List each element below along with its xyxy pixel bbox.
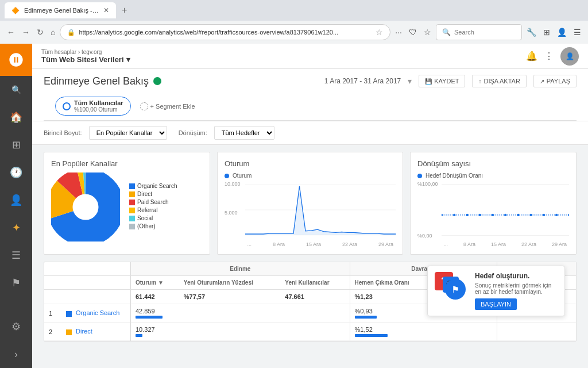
th-hemen-cikma[interactable]: Hemen Çıkma Oranı [350, 276, 432, 290]
address-bar[interactable]: 🔒 https://analytics.google.com/analytics… [60, 24, 390, 40]
sidebar-item-conversions[interactable]: ⚑ [0, 269, 32, 297]
tab-title: Edinmeye Genel Bakış - Analyt... [24, 7, 99, 14]
browser-tab-bar: 🔶 Edinmeye Genel Bakış - Analyt... ✕ + [0, 0, 588, 21]
th-yeni-kullanici[interactable]: Yeni Kullanıcılar [280, 276, 350, 290]
conv-y-top: %100,00 [417, 181, 438, 187]
row2-hemen-cikma: %1,52 [350, 323, 432, 341]
cta-title: Hedef oluşturun. [475, 272, 558, 280]
x-label-1: 8 Ara [273, 241, 285, 247]
share-button[interactable]: ↗ PAYLAŞ [533, 75, 577, 87]
more-options-icon[interactable]: ⋮ [544, 51, 554, 62]
cta-content: Hedef oluşturun. Sonuç metriklerini görm… [475, 272, 558, 310]
legend-item-paid: Paid Search [129, 199, 177, 205]
total-hemen-cikma: %1,23 [350, 290, 432, 304]
row1-hemen-value: %0,93 [355, 308, 428, 315]
sessions-area [245, 186, 396, 235]
th-channel-sub [61, 276, 130, 290]
segment-row: Tüm Kullanıcılar %100,00 Oturum + Segmen… [44, 92, 577, 121]
bookmarks-icon[interactable]: ⊞ [541, 25, 552, 39]
legend-item-direct: Direct [129, 191, 177, 197]
property-info: Tüm hesaplar › tegv.org Tüm Web Sitesi V… [41, 49, 130, 64]
forward-button[interactable]: → [20, 25, 32, 39]
page-actions: 1 Ara 2017 - 31 Ara 2017 ▾ 💾 KAYDET ↑ DI… [324, 75, 577, 87]
page-title-row: Edinmeye Genel Bakış 1 Ara 2017 - 31 Ara… [44, 75, 577, 87]
page-title: Edinmeye Genel Bakış [44, 75, 161, 87]
sidebar-item-audience[interactable]: 👤 [0, 186, 32, 214]
conv-x-1: 8 Ara [463, 241, 475, 247]
active-tab[interactable]: 🔶 Edinmeye Genel Bakış - Analyt... ✕ [5, 2, 116, 18]
home-button[interactable]: ⌂ [48, 25, 57, 39]
user-icon[interactable]: 👤 [555, 25, 569, 39]
ga-app: 🔍 🏠 ⊞ 🕐 👤 ✦ ☰ ⚑ ⚙ › Tüm hesaplar › tegv.… [0, 44, 588, 368]
sidebar-item-settings[interactable]: ⚙ [0, 313, 32, 340]
row1-oturum-value: 42.859 [136, 308, 175, 315]
tab-close-button[interactable]: ✕ [103, 6, 109, 14]
add-segment-button[interactable]: + Segment Ekle [140, 102, 195, 110]
more-button[interactable]: ··· [393, 25, 404, 39]
sidebar-item-dashboard[interactable]: ⊞ [0, 131, 32, 159]
pie-chart-card: En Popüler Kanallar [44, 152, 210, 255]
cta-icons-wrap: ? 💬 ⚑ [435, 272, 469, 300]
th-yeni-yuzde[interactable]: Yeni Oturumların Yüzdesi [179, 276, 280, 290]
legend-label-paid: Paid Search [137, 199, 168, 205]
reload-button[interactable]: ↻ [34, 25, 46, 39]
row1-yeni-kullanici [280, 304, 350, 323]
total-rank [44, 290, 61, 304]
date-picker-icon[interactable]: ▾ [408, 76, 412, 86]
bookmark-icon[interactable]: ☆ [376, 28, 383, 37]
segment-pill[interactable]: Tüm Kullanıcılar %100,00 Oturum [55, 97, 131, 116]
sessions-line [245, 186, 396, 234]
back-button[interactable]: ← [5, 25, 17, 39]
svg-point-10 [504, 214, 506, 216]
legend-color-referral [129, 208, 135, 213]
row2-channel-link[interactable]: Direct [76, 328, 92, 335]
save-button[interactable]: 💾 KAYDET [419, 75, 465, 87]
sidebar-item-behavior[interactable]: ☰ [0, 241, 32, 269]
conv-x-2: 15 Ara [491, 241, 506, 247]
row2-sayfa [432, 323, 497, 341]
legend-item-referral: Referral [129, 207, 177, 213]
sidebar-item-home[interactable]: 🏠 [0, 103, 32, 131]
bookmark-button[interactable]: ☆ [421, 25, 434, 39]
edinme-header: Edinme [230, 266, 250, 272]
row2-oturum-bar [136, 334, 142, 337]
browser-search-bar[interactable]: 🔍 [436, 24, 522, 40]
sidebar: 🔍 🏠 ⊞ 🕐 👤 ✦ ☰ ⚑ ⚙ › [0, 44, 32, 368]
legend-color-direct [129, 191, 135, 197]
nav-right-buttons: ··· 🛡 ☆ 🔍 🔧 ⊞ 👤 ☰ [393, 24, 583, 40]
sidebar-item-realtime[interactable]: 🕐 [0, 159, 32, 186]
th-oturum[interactable]: Oturum ▼ [130, 276, 179, 290]
svg-point-5 [442, 214, 443, 216]
menu-button[interactable]: ☰ [571, 25, 583, 39]
svg-point-14 [555, 214, 558, 216]
row2-yeni-kullanici [280, 323, 350, 341]
sessions-chart-area: 10.000 5.000 ... [225, 181, 396, 247]
sidebar-item-acquisition[interactable]: ✦ [0, 214, 32, 241]
conversion-legend: Hedef Dönüşüm Oranı [417, 172, 569, 179]
new-tab-button[interactable]: + [122, 5, 127, 16]
property-dropdown-icon[interactable]: ▾ [126, 55, 130, 64]
breadcrumb-child: tegv.org [82, 49, 102, 55]
avatar[interactable]: 👤 [560, 47, 579, 66]
notification-icon[interactable]: 🔔 [526, 51, 537, 62]
export-button[interactable]: ↑ DIŞA AKTAR [472, 75, 526, 87]
sidebar-item-search[interactable]: 🔍 [0, 76, 32, 103]
extensions-button[interactable]: 🛡 [407, 25, 419, 39]
conversion-select[interactable]: Tüm Hedefler [214, 126, 274, 140]
sidebar-item-expand[interactable]: › [0, 340, 32, 368]
search-input[interactable] [454, 29, 500, 36]
conversion-legend-label: Hedef Dönüşüm Oranı [425, 172, 483, 179]
legend-color-paid [129, 200, 135, 205]
cta-start-button[interactable]: BAŞLAYIN [475, 298, 517, 310]
top-bar-actions: 🔔 ⋮ 👤 [526, 47, 579, 66]
primary-dimension-select[interactable]: En Popüler Kanallar [89, 126, 167, 140]
pie-chart-title: En Popüler Kanallar [51, 159, 203, 168]
property-name[interactable]: Tüm Web Sitesi Verileri ▾ [41, 55, 130, 64]
pie-area: Organic Search Direct Paid Search R [51, 172, 203, 241]
x-label-3: 22 Ara [342, 241, 357, 247]
svg-point-15 [568, 214, 569, 216]
wrench-icon[interactable]: 🔧 [524, 25, 539, 39]
breadcrumb-parent: Tüm hesaplar [41, 49, 76, 55]
row1-channel-link[interactable]: Organic Search [76, 309, 119, 316]
pie-chart [51, 172, 120, 241]
